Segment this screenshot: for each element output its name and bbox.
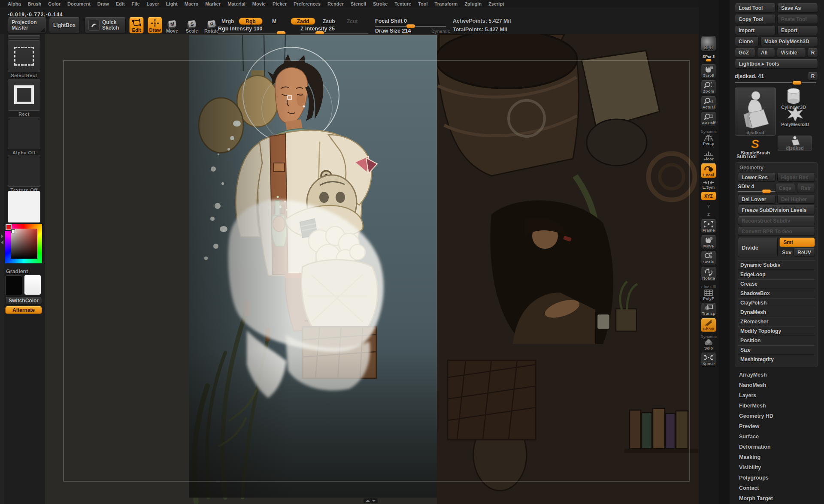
scroll-button[interactable]: Scroll — [701, 64, 716, 78]
left-divider[interactable] — [0, 34, 4, 504]
menu-item[interactable]: Stroke — [373, 1, 388, 6]
texture-selector[interactable]: Texture Off — [6, 155, 42, 193]
tool-item-simplebrush[interactable]: S SimpleBrush — [735, 137, 776, 155]
zcut-toggle[interactable]: Zcut — [342, 18, 362, 25]
actual-button[interactable]: x1 Actual — [701, 96, 716, 110]
menu-item[interactable]: File — [132, 1, 140, 6]
rgb-intensity-track[interactable] — [218, 33, 286, 34]
frame-button[interactable]: Frame — [701, 219, 716, 233]
floor-button[interactable]: Floor — [701, 151, 716, 162]
lightbox-tools-button[interactable]: Lightbox ▸ Tools — [735, 59, 818, 69]
y-axis-button[interactable]: Y — [701, 202, 716, 209]
secondary-color-swatch[interactable] — [24, 275, 41, 295]
freeze-subdivision-button[interactable]: Freeze SubDivision Levels — [738, 205, 815, 214]
panel-section-header[interactable]: FiberMesh — [735, 401, 818, 411]
panel-section-header[interactable]: Preview — [735, 421, 818, 432]
spix-track[interactable] — [702, 60, 715, 61]
alternate-button[interactable]: Alternate — [5, 306, 42, 314]
material-selector[interactable]: Flat Color — [6, 191, 42, 229]
menu-item[interactable]: Marker — [205, 1, 221, 6]
local-button[interactable]: Local — [701, 163, 716, 178]
geometry-subsection-header[interactable]: ZRemesher — [738, 317, 815, 326]
menu-item[interactable]: Picker — [273, 1, 287, 6]
cage-button[interactable]: Cage — [775, 184, 795, 193]
geometry-subsection-header[interactable]: Modify Topology — [738, 326, 815, 336]
copy-tool-button[interactable]: Copy Tool — [735, 15, 776, 24]
active-tool-thumbnail[interactable]: djsdksd — [735, 88, 776, 136]
focal-shift-slider[interactable]: Focal Shift 0 — [375, 18, 407, 24]
persp-button[interactable]: Dynamic Persp — [701, 129, 716, 146]
mrgb-toggle[interactable]: Mrgb — [217, 18, 238, 25]
panel-section-header[interactable]: Geometry HD — [735, 411, 818, 421]
current-tool-slider[interactable]: djsdksd. 41 — [735, 73, 764, 79]
draw-size-slider[interactable]: Draw Size 214 — [375, 28, 411, 34]
panel-section-header[interactable]: Visibility — [735, 462, 818, 473]
canvas-scroll-nub[interactable] — [364, 498, 378, 503]
menu-item[interactable]: Draw — [97, 1, 109, 6]
menu-item[interactable]: Render — [327, 1, 344, 6]
geometry-subsection-header[interactable]: ClayPolish — [738, 298, 815, 308]
menu-item[interactable]: Material — [227, 1, 245, 6]
lsym-button[interactable]: L.Sym — [701, 180, 716, 190]
panel-section-header[interactable]: Morph Target — [735, 493, 818, 504]
color-picker[interactable] — [5, 224, 42, 263]
menu-item[interactable]: Macro — [185, 1, 198, 6]
tool-slider[interactable] — [735, 81, 818, 85]
solo-button[interactable]: Dynamic Solo — [701, 334, 716, 351]
menu-item[interactable]: Preferences — [294, 1, 321, 6]
sdiv-knob[interactable] — [762, 189, 771, 193]
sdiv-slider[interactable]: SDiv 4 — [738, 184, 773, 193]
load-tool-button[interactable]: Load Tool — [735, 3, 776, 13]
move-button[interactable]: M Move — [163, 17, 181, 33]
menu-item[interactable]: Tool — [418, 1, 427, 6]
panel-section-header[interactable]: ArrayMesh — [735, 370, 818, 380]
make-polymesh3d-button[interactable]: Make PolyMesh3D — [760, 37, 818, 46]
geometry-subsection-header[interactable]: Dynamic Subdiv — [738, 260, 815, 270]
menu-item[interactable]: Stencil — [351, 1, 366, 6]
stroke-thumb-partial[interactable] — [6, 35, 42, 39]
recent-tool-thumbnail[interactable]: djsdksd — [778, 136, 812, 151]
import-button[interactable]: Import — [735, 26, 776, 35]
reconstruct-subdiv-button[interactable]: Reconstruct Subdiv — [738, 216, 815, 225]
dynamic-toggle[interactable]: Dynamic — [431, 29, 450, 34]
geometry-subsection-header[interactable]: Size — [738, 345, 815, 355]
menu-item[interactable]: Brush — [28, 1, 42, 6]
document-canvas[interactable] — [45, 34, 699, 504]
del-higher-button[interactable]: Del Higher — [777, 195, 815, 204]
lightbox-button[interactable]: LightBox — [49, 17, 80, 33]
geometry-subsection-header[interactable]: ShadowBox — [738, 289, 815, 298]
tool-r-button[interactable]: R — [808, 72, 818, 81]
panel-section-header[interactable]: Deformation — [735, 442, 818, 452]
panel-section-header[interactable]: Polygroups — [735, 473, 818, 483]
reuv-button[interactable]: ReUV — [794, 248, 815, 257]
tool-item-polymesh3d[interactable]: PolyMesh3D — [781, 106, 809, 127]
aahalf-button[interactable]: AAHalf — [701, 112, 716, 126]
suv-toggle[interactable]: Suv — [779, 248, 792, 257]
clone-button[interactable]: Clone — [735, 37, 759, 46]
strip-rotate-button[interactable]: Rotate — [701, 267, 716, 281]
geometry-subsection-header[interactable]: MeshIntegrity — [738, 355, 815, 364]
convert-bpr-button[interactable]: Convert BPR To Geo — [738, 227, 815, 236]
goz-r-button[interactable]: R — [808, 48, 818, 57]
strip-move-button[interactable]: Move — [701, 235, 716, 249]
switch-color-button[interactable]: SwitchColor — [5, 297, 42, 305]
panel-section-header[interactable]: Layers — [735, 390, 818, 401]
gradient-toggle[interactable]: Gradient — [6, 269, 28, 275]
ghost-button[interactable]: Ghost — [701, 318, 716, 332]
menu-item[interactable]: Transform — [435, 1, 458, 6]
geometry-subsection-header[interactable]: Crease — [738, 279, 815, 289]
m-toggle[interactable]: M — [268, 18, 281, 25]
goz-visible-button[interactable]: Visible — [777, 48, 806, 57]
alpha-selector[interactable]: Alpha Off — [6, 118, 42, 155]
panel-section-header[interactable]: NanoMesh — [735, 380, 818, 390]
zsub-toggle[interactable]: Zsub — [318, 18, 339, 25]
menu-item[interactable]: Zplugin — [464, 1, 482, 6]
scale-button[interactable]: S Scale — [183, 17, 201, 33]
menu-item[interactable]: Alpha — [8, 1, 21, 6]
draw-button[interactable]: Draw — [148, 17, 162, 33]
rgb-intensity-slider[interactable]: Rgb Intensity 100 — [218, 26, 263, 32]
stroke-rect[interactable]: Rect — [6, 79, 42, 117]
projection-master-button[interactable]: Projection Master — [8, 17, 46, 33]
transp-button[interactable]: Transp — [701, 303, 716, 317]
edit-button[interactable]: Edit — [129, 17, 144, 33]
